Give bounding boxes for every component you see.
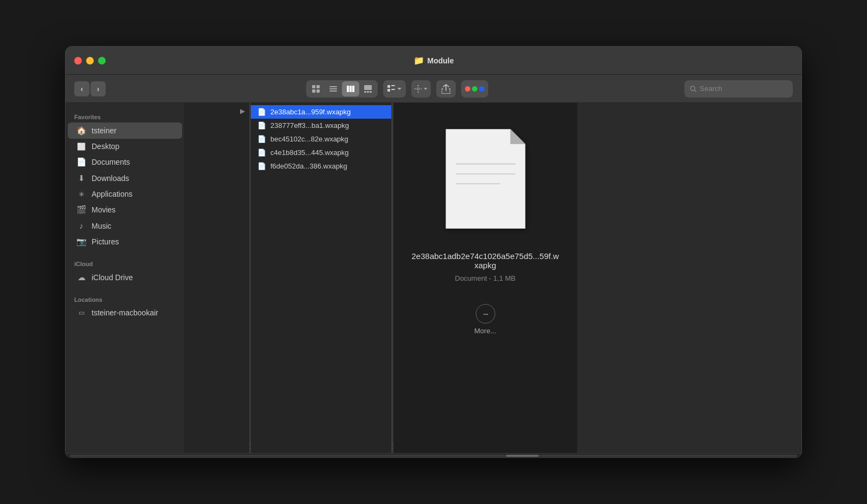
file-item-name-4: c4e1b8d35...445.wxapkg <box>270 148 349 157</box>
sidebar-item-desktop[interactable]: ⬜ Desktop <box>68 139 182 154</box>
more-label: More... <box>474 327 496 335</box>
window-title-text: Module <box>428 56 454 65</box>
gear-button[interactable] <box>411 80 431 98</box>
file-item-name-2: 238777eff3...ba1.wxapkg <box>270 121 349 130</box>
group-by-button[interactable] <box>383 80 406 98</box>
file-icon-1: 📄 <box>257 108 266 116</box>
desktop-icon: ⬜ <box>76 143 86 151</box>
sidebar-item-pictures[interactable]: 📷 Pictures <box>68 234 182 250</box>
tag-button[interactable] <box>461 80 488 98</box>
svg-rect-4 <box>329 86 337 87</box>
svg-line-19 <box>695 90 696 92</box>
search-box[interactable] <box>684 80 793 98</box>
scrollbar-track[interactable] <box>70 455 797 457</box>
svg-rect-14 <box>387 85 390 88</box>
sidebar-item-label-desktop: Desktop <box>92 142 119 151</box>
view-icon-button[interactable] <box>307 81 325 96</box>
favorites-label: Favorites <box>66 109 184 122</box>
svg-rect-9 <box>352 86 354 92</box>
file-item-1[interactable]: 📄 2e38abc1a...959f.wxapkg <box>251 105 391 119</box>
maximize-button[interactable] <box>98 57 106 64</box>
window-title: 📁 Module <box>413 55 454 66</box>
column-pane-left: ▶ <box>185 103 250 453</box>
svg-rect-8 <box>350 86 352 92</box>
file-icon-5: 📄 <box>257 162 266 170</box>
computer-icon: ▭ <box>76 309 86 316</box>
main-content: Favorites 🏠 tsteiner ⬜ Desktop 📄 Documen… <box>66 103 801 453</box>
svg-rect-2 <box>312 89 315 93</box>
svg-rect-1 <box>316 85 320 88</box>
sidebar-item-icloud-drive[interactable]: ☁ iCloud Drive <box>68 269 182 286</box>
sidebar-item-label-pictures: Pictures <box>92 237 119 246</box>
svg-rect-6 <box>329 91 337 92</box>
sidebar-item-label-music: Music <box>92 222 112 230</box>
svg-rect-7 <box>347 86 349 92</box>
sidebar-item-macbook[interactable]: ▭ tsteiner-macbookair <box>68 305 182 320</box>
view-column-button[interactable] <box>342 81 359 96</box>
downloads-icon: ⬇ <box>76 173 86 183</box>
file-icon-4: 📄 <box>257 148 266 157</box>
more-button[interactable]: ··· More... <box>474 304 496 335</box>
column-pane-mid: 📄 2e38abc1a...959f.wxapkg 📄 238777eff3..… <box>251 103 392 453</box>
sidebar-item-label-macbook: tsteiner-macbookair <box>92 308 158 317</box>
icloud-label: iCloud <box>66 256 184 269</box>
view-list-button[interactable] <box>325 81 342 96</box>
documents-icon: 📄 <box>76 157 86 167</box>
home-icon: 🏠 <box>76 126 86 135</box>
file-item-3[interactable]: 📄 bec45102c...82e.wxapkg <box>251 132 391 146</box>
sidebar-item-label-movies: Movies <box>92 205 115 214</box>
share-button[interactable] <box>436 80 456 98</box>
file-item-4[interactable]: 📄 c4e1b8d35...445.wxapkg <box>251 146 391 159</box>
nav-buttons: ‹ › <box>74 81 106 96</box>
pictures-icon: 📷 <box>76 237 86 247</box>
music-icon: ♪ <box>76 221 86 230</box>
view-gallery-button[interactable] <box>359 81 377 96</box>
preview-filename: 2e38abc1adb2e74c1026a5e75d5...59f.wxapkg <box>404 251 566 270</box>
titlebar: 📁 Module <box>66 47 801 75</box>
minimize-button[interactable] <box>86 57 94 64</box>
search-icon <box>690 85 697 93</box>
finder-window: 📁 Module ‹ › <box>65 46 802 458</box>
sidebar-item-downloads[interactable]: ⬇ Downloads <box>68 170 182 186</box>
preview-file-icon <box>431 119 540 238</box>
toolbar: ‹ › <box>66 75 801 103</box>
traffic-lights <box>74 57 106 64</box>
file-item-5[interactable]: 📄 f6de052da...386.wxapkg <box>251 159 391 173</box>
file-browser: ▶ 📄 2e38abc1a...959f.wxapkg 📄 238777eff3… <box>185 103 801 453</box>
svg-rect-3 <box>316 89 320 93</box>
sidebar-item-label-applications: Applications <box>92 190 133 198</box>
sidebar-item-music[interactable]: ♪ Music <box>68 218 182 234</box>
sidebar-item-label-documents: Documents <box>92 158 130 166</box>
preview-meta: Document - 1,1 MB <box>455 274 516 282</box>
view-buttons <box>306 80 378 98</box>
sidebar-item-tsteiner[interactable]: 🏠 tsteiner <box>68 122 182 139</box>
svg-rect-10 <box>364 85 372 90</box>
file-item-name-3: bec45102c...82e.wxapkg <box>270 135 348 143</box>
scrollbar-area <box>66 453 801 457</box>
more-circle: ··· <box>476 304 495 324</box>
back-button[interactable]: ‹ <box>74 81 89 96</box>
svg-rect-12 <box>367 91 369 93</box>
close-button[interactable] <box>74 57 82 64</box>
preview-panel: 2e38abc1adb2e74c1026a5e75d5...59f.wxapkg… <box>393 103 577 453</box>
applications-icon: ✳ <box>76 190 86 198</box>
column-arrow: ▶ <box>240 107 245 115</box>
svg-rect-13 <box>370 91 372 93</box>
file-icon-2: 📄 <box>257 121 266 130</box>
scrollbar-thumb[interactable] <box>506 455 539 457</box>
forward-button[interactable]: › <box>90 81 106 96</box>
search-input[interactable] <box>700 85 787 93</box>
file-item-name-1: 2e38abc1a...959f.wxapkg <box>270 108 351 116</box>
movies-icon: 🎬 <box>76 205 86 215</box>
sidebar-item-label-downloads: Downloads <box>92 174 129 183</box>
file-item-2[interactable]: 📄 238777eff3...ba1.wxapkg <box>251 119 391 132</box>
sidebar-item-movies[interactable]: 🎬 Movies <box>68 202 182 218</box>
sidebar-item-documents[interactable]: 📄 Documents <box>68 154 182 170</box>
svg-rect-17 <box>391 89 395 90</box>
svg-rect-11 <box>364 91 366 93</box>
window-title-icon: 📁 <box>413 55 424 66</box>
svg-rect-16 <box>387 89 390 92</box>
locations-label: Locations <box>66 292 184 305</box>
file-item-name-5: f6de052da...386.wxapkg <box>270 162 347 170</box>
sidebar-item-applications[interactable]: ✳ Applications <box>68 186 182 202</box>
